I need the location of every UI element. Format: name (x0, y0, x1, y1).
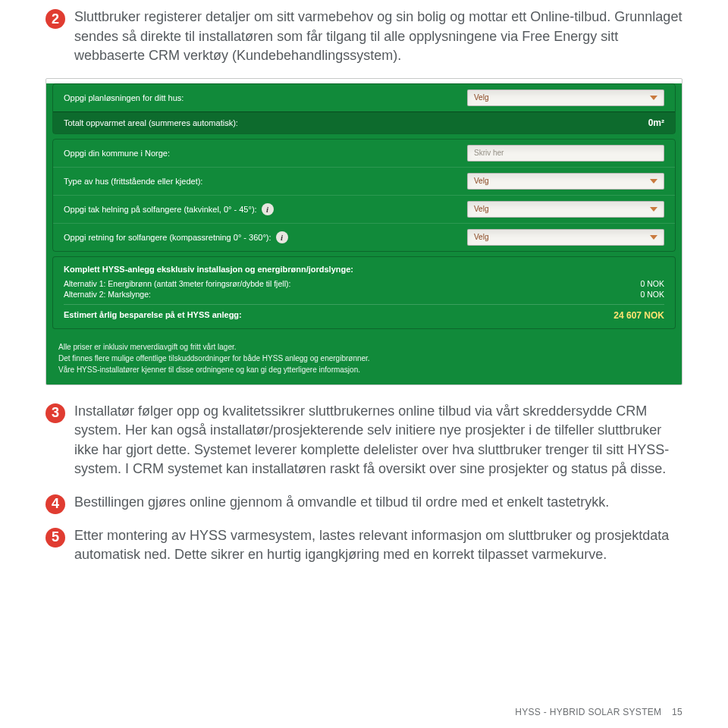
step-badge-3: 3 (46, 403, 65, 423)
select-plan[interactable]: Velg (467, 89, 664, 106)
label-kommune: Oppgi din kommune i Norge: (64, 149, 460, 158)
page-footer: HYSS - HYBRID SOLAR SYSTEM 15 (515, 707, 682, 717)
step-text-2: Sluttbruker registerer detaljer om sitt … (74, 8, 682, 66)
select-retning-value: Velg (474, 233, 488, 241)
select-retning[interactable]: Velg (467, 229, 664, 246)
form-screenshot: Oppgi planløsningen for ditt hus: Velg T… (46, 78, 682, 385)
pricing-alt1: Alternativ 1: Energibrønn (antatt 3meter… (64, 278, 664, 289)
footnote-2: Det finnes flere mulige offentlige tilsk… (58, 353, 670, 364)
label-plan: Oppgi planløsningen for ditt hus: (64, 93, 460, 102)
panel-plan: Oppgi planløsningen for ditt hus: Velg T… (52, 83, 676, 134)
pricing-alt2: Alternativ 2: Markslynge: 0 NOK (64, 289, 664, 300)
pricing-alt1-label: Alternativ 1: Energibrønn (antatt 3meter… (64, 279, 290, 288)
row-kommune: Oppgi din kommune i Norge: Skriv her (53, 140, 675, 167)
step-text-4: Bestillingen gjøres online gjennom å omv… (74, 493, 609, 513)
step-text-5: Etter montering av HYSS varmesystem, las… (74, 526, 682, 565)
form-inner: Oppgi planløsningen for ditt hus: Velg T… (46, 83, 682, 384)
footnote-1: Alle priser er inklusiv merverdiavgift o… (58, 341, 670, 353)
label-tak-text: Oppgi tak helning på solfangere (takvink… (64, 205, 257, 214)
chevron-down-icon (650, 235, 657, 240)
pricing-estimate: Estimert årlig besparelse på et HYSS anl… (64, 304, 664, 321)
footer-page: 15 (672, 707, 682, 717)
chevron-down-icon (650, 179, 657, 184)
select-tak-value: Velg (474, 205, 488, 213)
label-retning: Oppgi retning for solfangere (kompassret… (64, 231, 460, 243)
panel-details: Oppgi din kommune i Norge: Skriv her Typ… (52, 139, 676, 252)
select-plan-value: Velg (474, 93, 488, 102)
info-icon[interactable]: i (262, 203, 274, 215)
label-type: Type av hus (frittstående eller kjedet): (64, 177, 460, 186)
step-3: 3 Installatør følger opp og kvalitetssik… (46, 402, 682, 481)
footnote-3: Våre HYSS-installatører kjenner til diss… (58, 364, 670, 375)
step-badge-2: 2 (46, 9, 65, 29)
pricing-header: Komplett HYSS-anlegg eksklusiv installas… (64, 265, 664, 274)
row-tak: Oppgi tak helning på solfangere (takvink… (53, 195, 675, 223)
select-type-value: Velg (474, 177, 488, 185)
step-badge-5: 5 (46, 528, 65, 548)
label-retning-text: Oppgi retning for solfangere (kompassret… (64, 233, 271, 242)
label-tak: Oppgi tak helning på solfangere (takvink… (64, 203, 460, 215)
pricing-alt2-label: Alternativ 2: Markslynge: (64, 290, 151, 299)
pricing-alt1-value: 0 NOK (640, 279, 664, 288)
step-5: 5 Etter montering av HYSS varmesystem, l… (46, 526, 682, 565)
row-plan: Oppgi planløsningen for ditt hus: Velg (53, 84, 675, 111)
step-4: 4 Bestillingen gjøres online gjennom å o… (46, 493, 682, 514)
pricing-estimate-value: 24 607 NOK (613, 310, 664, 321)
pricing-estimate-label: Estimert årlig besparelse på et HYSS anl… (64, 310, 242, 321)
pricing-alt2-value: 0 NOK (640, 290, 664, 299)
step-text-3: Installatør følger opp og kvalitetssikre… (74, 402, 682, 479)
footer-brand: HYSS - HYBRID SOLAR SYSTEM (515, 707, 661, 717)
panel-pricing: Komplett HYSS-anlegg eksklusiv installas… (52, 256, 676, 329)
input-kommune-placeholder: Skriv her (474, 149, 504, 157)
step-2: 2 Sluttbruker registerer detaljer om sit… (46, 8, 682, 66)
footnotes: Alle priser er inklusiv merverdiavgift o… (46, 334, 682, 384)
row-area: Totalt oppvarmet areal (summeres automat… (53, 111, 675, 133)
chevron-down-icon (650, 207, 657, 212)
chevron-down-icon (650, 96, 657, 100)
info-icon[interactable]: i (276, 231, 288, 243)
input-kommune[interactable]: Skriv her (467, 145, 664, 162)
value-area: 0m² (648, 118, 664, 128)
select-type[interactable]: Velg (467, 173, 664, 190)
select-tak[interactable]: Velg (467, 201, 664, 218)
row-retning: Oppgi retning for solfangere (kompassret… (53, 223, 675, 251)
label-area: Totalt oppvarmet areal (summeres automat… (64, 118, 648, 127)
step-badge-4: 4 (46, 494, 65, 514)
row-type: Type av hus (frittstående eller kjedet):… (53, 167, 675, 195)
